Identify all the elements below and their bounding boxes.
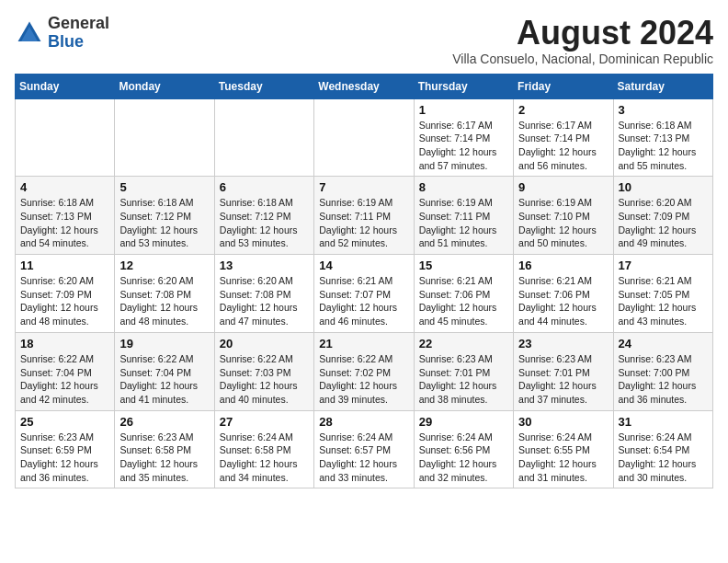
day-info: Sunrise: 6:19 AM Sunset: 7:10 PM Dayligh… [518,196,608,250]
day-number: 11 [20,259,109,272]
calendar-table: SundayMondayTuesdayWednesdayThursdayFrid… [15,74,713,489]
day-info: Sunrise: 6:19 AM Sunset: 7:11 PM Dayligh… [319,196,408,250]
day-number: 28 [319,415,408,429]
header-day-wednesday: Wednesday [314,74,414,98]
day-cell: 25Sunrise: 6:23 AM Sunset: 6:59 PM Dayli… [16,410,115,488]
header-row: SundayMondayTuesdayWednesdayThursdayFrid… [16,74,713,98]
day-cell: 24Sunrise: 6:23 AM Sunset: 7:00 PM Dayli… [613,332,712,410]
day-cell: 6Sunrise: 6:18 AM Sunset: 7:12 PM Daylig… [214,177,313,255]
day-info: Sunrise: 6:22 AM Sunset: 7:04 PM Dayligh… [119,352,209,407]
day-info: Sunrise: 6:24 AM Sunset: 6:54 PM Dayligh… [619,431,708,485]
day-cell: 9Sunrise: 6:19 AM Sunset: 7:10 PM Daylig… [514,177,613,255]
day-number: 12 [119,259,209,272]
week-row-1: 1Sunrise: 6:17 AM Sunset: 7:14 PM Daylig… [16,98,713,177]
day-cell: 2Sunrise: 6:17 AM Sunset: 7:14 PM Daylig… [514,98,613,177]
header-day-tuesday: Tuesday [214,74,313,98]
day-number: 7 [319,180,408,194]
day-number: 2 [518,103,608,117]
day-info: Sunrise: 6:20 AM Sunset: 7:08 PM Dayligh… [220,274,309,328]
day-number: 9 [518,180,608,194]
day-cell: 15Sunrise: 6:21 AM Sunset: 7:06 PM Dayli… [414,255,513,333]
week-row-5: 25Sunrise: 6:23 AM Sunset: 6:59 PM Dayli… [16,410,713,488]
day-number: 13 [220,259,309,272]
day-cell: 10Sunrise: 6:20 AM Sunset: 7:09 PM Dayli… [613,177,712,255]
header-day-monday: Monday [115,74,214,98]
day-number: 14 [319,259,408,272]
day-number: 25 [20,415,109,429]
day-cell [214,98,313,177]
day-number: 26 [119,415,209,429]
day-info: Sunrise: 6:24 AM Sunset: 6:56 PM Dayligh… [419,431,508,485]
day-cell: 13Sunrise: 6:20 AM Sunset: 7:08 PM Dayli… [214,255,313,333]
day-info: Sunrise: 6:21 AM Sunset: 7:06 PM Dayligh… [518,274,608,328]
day-info: Sunrise: 6:21 AM Sunset: 7:07 PM Dayligh… [319,274,408,328]
day-number: 21 [319,337,408,350]
main-title: August 2024 [452,15,713,52]
day-info: Sunrise: 6:18 AM Sunset: 7:12 PM Dayligh… [119,196,209,250]
day-number: 16 [518,259,608,272]
day-cell: 14Sunrise: 6:21 AM Sunset: 7:07 PM Dayli… [314,255,414,333]
day-cell: 1Sunrise: 6:17 AM Sunset: 7:14 PM Daylig… [414,98,513,177]
week-row-3: 11Sunrise: 6:20 AM Sunset: 7:09 PM Dayli… [16,255,713,333]
day-cell: 21Sunrise: 6:22 AM Sunset: 7:02 PM Dayli… [314,332,414,410]
day-number: 8 [419,180,508,194]
day-cell: 19Sunrise: 6:22 AM Sunset: 7:04 PM Dayli… [115,332,214,410]
calendar-header: SundayMondayTuesdayWednesdayThursdayFrid… [16,74,713,98]
day-number: 5 [119,180,209,194]
logo-icon [15,18,44,48]
day-number: 19 [119,337,209,350]
day-number: 30 [518,415,608,429]
day-cell: 7Sunrise: 6:19 AM Sunset: 7:11 PM Daylig… [314,177,414,255]
day-cell: 16Sunrise: 6:21 AM Sunset: 7:06 PM Dayli… [514,255,613,333]
day-number: 1 [419,103,508,117]
day-cell: 23Sunrise: 6:23 AM Sunset: 7:01 PM Dayli… [514,332,613,410]
calendar-body: 1Sunrise: 6:17 AM Sunset: 7:14 PM Daylig… [16,98,713,488]
header-day-sunday: Sunday [16,74,115,98]
header-day-saturday: Saturday [613,74,712,98]
day-cell: 20Sunrise: 6:22 AM Sunset: 7:03 PM Dayli… [214,332,313,410]
day-number: 22 [419,337,508,350]
day-info: Sunrise: 6:19 AM Sunset: 7:11 PM Dayligh… [419,196,508,250]
day-cell: 29Sunrise: 6:24 AM Sunset: 6:56 PM Dayli… [414,410,513,488]
day-number: 6 [220,180,309,194]
day-number: 10 [619,180,708,194]
header-day-friday: Friday [514,74,613,98]
day-number: 31 [619,415,708,429]
day-info: Sunrise: 6:23 AM Sunset: 6:58 PM Dayligh… [119,431,209,485]
day-cell: 28Sunrise: 6:24 AM Sunset: 6:57 PM Dayli… [314,410,414,488]
day-number: 15 [419,259,508,272]
day-cell: 30Sunrise: 6:24 AM Sunset: 6:55 PM Dayli… [514,410,613,488]
day-number: 3 [619,103,708,117]
day-cell: 26Sunrise: 6:23 AM Sunset: 6:58 PM Dayli… [115,410,214,488]
week-row-4: 18Sunrise: 6:22 AM Sunset: 7:04 PM Dayli… [16,332,713,410]
subtitle: Villa Consuelo, Nacional, Dominican Repu… [452,52,713,66]
day-cell [115,98,214,177]
day-info: Sunrise: 6:22 AM Sunset: 7:03 PM Dayligh… [220,352,309,407]
day-number: 24 [619,337,708,350]
day-number: 23 [518,337,608,350]
day-cell: 4Sunrise: 6:18 AM Sunset: 7:13 PM Daylig… [16,177,115,255]
day-info: Sunrise: 6:20 AM Sunset: 7:09 PM Dayligh… [20,274,109,328]
day-info: Sunrise: 6:17 AM Sunset: 7:14 PM Dayligh… [419,119,508,173]
day-cell [16,98,115,177]
day-info: Sunrise: 6:23 AM Sunset: 7:00 PM Dayligh… [619,352,708,407]
day-info: Sunrise: 6:24 AM Sunset: 6:55 PM Dayligh… [518,431,608,485]
day-cell: 22Sunrise: 6:23 AM Sunset: 7:01 PM Dayli… [414,332,513,410]
day-cell: 8Sunrise: 6:19 AM Sunset: 7:11 PM Daylig… [414,177,513,255]
day-info: Sunrise: 6:23 AM Sunset: 7:01 PM Dayligh… [518,352,608,407]
day-info: Sunrise: 6:20 AM Sunset: 7:08 PM Dayligh… [119,274,209,328]
logo-blue: Blue [48,32,84,51]
title-section: August 2024 Villa Consuelo, Nacional, Do… [452,15,713,66]
day-info: Sunrise: 6:21 AM Sunset: 7:05 PM Dayligh… [619,274,708,328]
day-cell: 27Sunrise: 6:24 AM Sunset: 6:58 PM Dayli… [214,410,313,488]
week-row-2: 4Sunrise: 6:18 AM Sunset: 7:13 PM Daylig… [16,177,713,255]
day-info: Sunrise: 6:18 AM Sunset: 7:12 PM Dayligh… [220,196,309,250]
day-info: Sunrise: 6:20 AM Sunset: 7:09 PM Dayligh… [619,196,708,250]
day-info: Sunrise: 6:17 AM Sunset: 7:14 PM Dayligh… [518,119,608,173]
page-header: General Blue August 2024 Villa Consuelo,… [15,15,713,66]
day-cell: 11Sunrise: 6:20 AM Sunset: 7:09 PM Dayli… [16,255,115,333]
day-cell: 5Sunrise: 6:18 AM Sunset: 7:12 PM Daylig… [115,177,214,255]
logo-general: General [48,14,109,32]
day-number: 20 [220,337,309,350]
day-number: 4 [20,180,109,194]
